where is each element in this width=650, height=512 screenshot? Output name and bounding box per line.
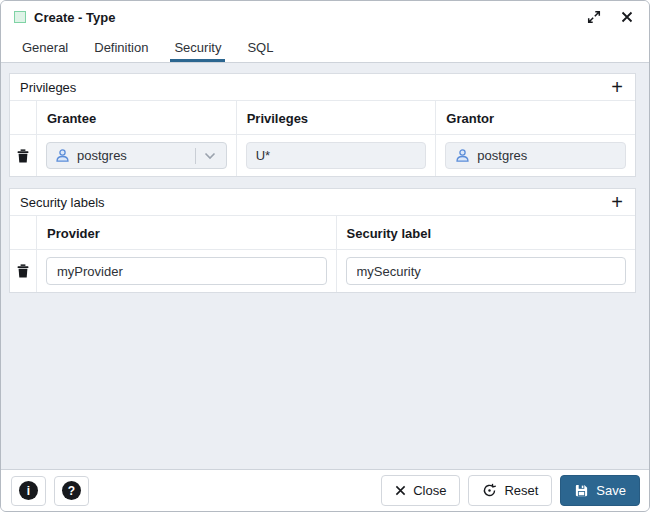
privileges-table-header: Grantee Privileges Grantor <box>10 101 635 135</box>
security-label-input[interactable] <box>346 257 627 285</box>
maximize-button[interactable] <box>587 10 601 24</box>
delete-security-label-row-button[interactable] <box>15 262 31 280</box>
reset-button-label: Reset <box>504 483 538 498</box>
reset-icon <box>482 483 497 498</box>
tab-general[interactable]: General <box>18 33 72 62</box>
reset-button[interactable]: Reset <box>468 475 552 506</box>
privileges-value: U* <box>256 148 270 163</box>
grantee-cell: postgres <box>37 135 237 176</box>
close-icon <box>395 485 406 496</box>
close-window-button[interactable] <box>621 11 633 23</box>
delete-column-header <box>10 216 37 249</box>
trash-icon <box>17 264 29 278</box>
delete-cell <box>10 250 37 292</box>
privileges-value-field[interactable]: U* <box>246 142 427 169</box>
add-privilege-button[interactable]: + <box>609 77 625 97</box>
save-button[interactable]: Save <box>560 475 640 506</box>
expand-icon <box>587 10 601 24</box>
type-node-icon <box>14 11 26 23</box>
save-icon <box>574 483 589 498</box>
privileges-panel: Privileges + Grantee Privileges Grantor <box>9 73 636 177</box>
create-type-dialog: Create - Type General Definition Securit… <box>0 0 650 512</box>
grantee-column-header: Grantee <box>37 101 237 134</box>
sql-help-button[interactable]: i <box>11 476 46 506</box>
security-labels-header: Security labels + <box>10 189 635 216</box>
window-controls <box>587 10 633 24</box>
add-security-label-button[interactable]: + <box>609 192 625 212</box>
chevron-down-icon <box>204 152 216 160</box>
security-labels-title: Security labels <box>20 195 105 210</box>
close-button-label: Close <box>413 483 446 498</box>
question-icon: ? <box>62 481 81 500</box>
info-icon: i <box>19 481 38 500</box>
privileges-title: Privileges <box>20 80 76 95</box>
dialog-help-button[interactable]: ? <box>54 476 89 506</box>
grantor-column-header: Grantor <box>436 101 635 134</box>
tab-definition[interactable]: Definition <box>90 33 152 62</box>
tab-bar: General Definition Security SQL <box>1 33 649 63</box>
provider-column-header: Provider <box>37 216 337 249</box>
dialog-title: Create - Type <box>34 10 587 25</box>
delete-cell <box>10 135 37 176</box>
tab-security[interactable]: Security <box>170 33 225 62</box>
dialog-footer: i ? Close Reset <box>1 469 649 511</box>
tab-sql[interactable]: SQL <box>243 33 277 62</box>
privileges-table-row: postgres U* <box>10 135 635 176</box>
select-dropdown-toggle[interactable] <box>196 152 218 160</box>
trash-icon <box>17 149 29 163</box>
security-labels-table-row <box>10 250 635 292</box>
security-tab-panel: Privileges + Grantee Privileges Grantor <box>1 63 649 469</box>
save-button-label: Save <box>596 483 626 498</box>
security-label-column-header: Security label <box>337 216 636 249</box>
security-labels-table-header: Provider Security label <box>10 216 635 250</box>
close-icon <box>621 11 633 23</box>
user-icon <box>455 148 470 163</box>
privileges-column-header: Privileges <box>237 101 437 134</box>
grantor-value: postgres <box>477 148 527 163</box>
delete-privilege-row-button[interactable] <box>15 147 31 165</box>
security-labels-panel: Security labels + Provider Security labe… <box>9 188 636 293</box>
close-button[interactable]: Close <box>381 475 460 506</box>
delete-column-header <box>10 101 37 134</box>
title-bar: Create - Type <box>1 1 649 33</box>
grantee-select[interactable]: postgres <box>46 142 227 169</box>
grantor-cell: postgres <box>436 135 635 176</box>
security-labels-table: Provider Security label <box>10 216 635 292</box>
privileges-header: Privileges + <box>10 74 635 101</box>
provider-input[interactable] <box>46 257 327 285</box>
privileges-cell: U* <box>237 135 437 176</box>
security-label-cell <box>337 250 636 292</box>
grantee-value: postgres <box>77 148 127 163</box>
provider-cell <box>37 250 337 292</box>
privileges-table: Grantee Privileges Grantor <box>10 101 635 176</box>
user-icon <box>55 148 70 163</box>
grantor-field: postgres <box>445 142 626 169</box>
